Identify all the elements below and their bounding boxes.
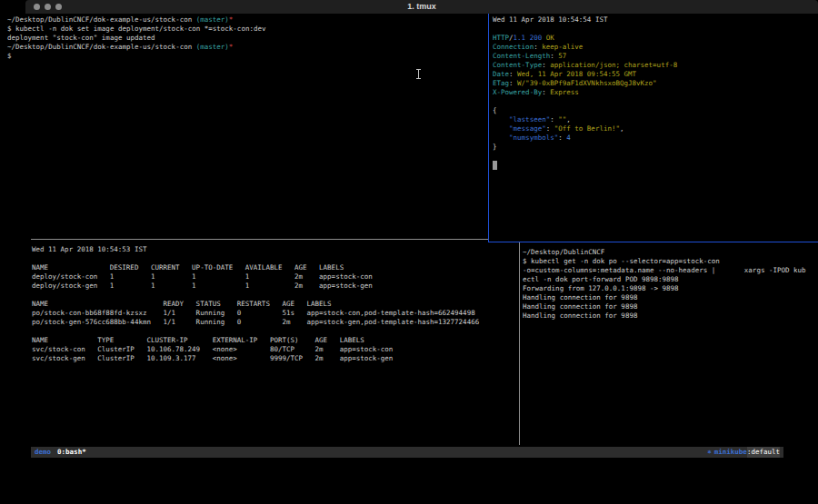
terminal-line: svc/stock-con ClusterIP 10.106.78.249 <n… [32,345,479,354]
terminal-text-segment: 200 [530,34,543,42]
terminal-text-segment: 57 [558,52,566,60]
terminal-text-segment: , [566,115,571,124]
terminal-text-segment: po/stock-con-bb68f88fd-kzsxz 1/1 Running… [32,309,475,317]
terminal-text-segment: deployment "stock-con" image updated [7,34,155,42]
terminal-text-segment: Content-Length [493,52,550,60]
terminal-line: svc/stock-gen ClusterIP 10.109.3.177 <no… [32,354,479,363]
terminal-text-segment: * [229,15,234,24]
terminal-text-segment: "message" [493,124,546,133]
terminal-line: NAME DESIRED CURRENT UP-TO-DATE AVAILABL… [32,263,479,272]
terminal-line: Forwarding from 127.0.0.1:9898 -> 9898 [523,284,806,293]
terminal-text-segment: NAME TYPE CLUSTER-IP EXTERNAL-IP PORT(S)… [32,336,364,344]
terminal-text-segment: : [509,79,517,87]
terminal-pane-http-response[interactable]: Wed 11 Apr 2018 10:54:54 ISTHTTP/1.1 200… [493,15,677,170]
tmux-session-name: demo [35,447,51,458]
terminal-text-segment: svc/stock-gen ClusterIP 10.109.3.177 <no… [32,354,393,362]
terminal-text-segment: 1.1 [514,34,526,42]
terminal-line: $ kubectl get -n dok po --selector=app=s… [523,257,806,266]
terminal-text-segment: } [493,143,497,151]
terminal-pane-port-forward[interactable]: ~/Desktop/DublinCNCF$ kubectl get -n dok… [523,248,806,321]
terminal-pane-shell[interactable]: ~/Desktop/DublinCNCF/dok-example-us/stoc… [7,15,265,61]
terminal-line: ~/Desktop/DublinCNCF/dok-example-us/stoc… [7,43,265,52]
terminal-text-segment: Handling connection for 9898 [523,293,637,301]
terminal-text-segment: -o=custom-columns=:metadata.name --no-he… [523,266,806,274]
terminal-line: Content-Length: 57 [493,52,677,61]
terminal-line: ~/Desktop/DublinCNCF/dok-example-us/stoc… [7,15,265,25]
terminal-text-segment: : [542,88,550,96]
terminal-text-segment: svc/stock-con ClusterIP 10.106.78.249 <n… [32,345,393,353]
terminal-text-segment: : [509,70,517,78]
status-bar-right: ⎈ minikube :default [707,447,780,458]
terminal-line: po/stock-con-bb68f88fd-kzsxz 1/1 Running… [32,309,479,318]
terminal-line: deploy/stock-con 1 1 1 1 2m app=stock-co… [32,272,479,282]
terminal-text-segment: Date [493,70,509,78]
tmux-status-bar: demo 0:bash* ⎈ minikube :default [31,447,783,458]
window-title: 1. tmux [25,2,818,11]
terminal-text-segment: : [546,124,554,133]
terminal-line: $ [7,52,265,61]
terminal-line: ectl -n dok port-forward POD 9898:9898 [523,275,806,284]
terminal-text-segment: { [493,106,497,114]
terminal-text-segment: W/"39-0xBPf9aF1dXVNkhsxoBQgJ8vKzo" [517,79,657,87]
pane-border-vertical-active [488,14,489,242]
mouse-ibeam-cursor [416,69,421,79]
terminal-text-segment: deploy/stock-con 1 1 1 1 2m app=stock-co… [32,272,373,281]
terminal-text-segment: Forwarding from 127.0.0.1:9898 -> 9898 [523,284,679,292]
terminal-line: -o=custom-columns=:metadata.name --no-he… [523,266,806,275]
terminal-text-segment: * [229,43,234,51]
pane-border-horizontal [31,239,488,240]
terminal-line: Handling connection for 9898 [523,293,806,302]
terminal-line: NAME TYPE CLUSTER-IP EXTERNAL-IP PORT(S)… [32,336,479,345]
terminal-line: "lastseen": "", [493,115,677,124]
terminal-text-segment: : [542,61,550,69]
terminal-pane-kubectl-watch[interactable]: Wed 11 Apr 2018 10:54:53 ISTNAME DESIRED… [32,245,479,363]
terminal-text-segment: ~/Desktop/DublinCNCF [523,248,604,256]
terminal-line: Content-Type: application/json; charset=… [493,61,677,70]
terminal-text-segment: "Off to Berlin!" [554,124,620,133]
terminal-line: X-Powered-By: Express [493,88,677,97]
terminal-line [32,327,479,336]
terminal-text-segment: Wed, 11 Apr 2018 09:54:55 GMT [517,70,636,78]
terminal-line [493,152,677,161]
terminal-text-segment: $ [7,52,12,60]
terminal-text-segment: X-Powered-By [493,88,542,96]
terminal-line: deploy/stock-gen 1 1 1 1 2m app=stock-ge… [32,282,479,291]
terminal-text-segment: ~/Desktop/DublinCNCF/dok-example-us/stoc… [7,15,196,24]
terminal-text-segment: "numsymbols" [493,133,558,142]
terminal-text-segment: (master) [196,15,229,24]
terminal-line: ~/Desktop/DublinCNCF [523,248,806,257]
terminal-line: ETag: W/"39-0xBPf9aF1dXVNkhsxoBQgJ8vKzo" [493,79,677,88]
terminal-text-segment: Express [550,88,579,96]
tmux-window-item[interactable]: 0:bash* [57,447,86,458]
terminal-text-segment: , [620,124,624,133]
terminal-text-segment: Wed 11 Apr 2018 10:54:53 IST [32,245,146,253]
kube-namespace-label: :default [747,447,780,458]
terminal-line: deployment "stock-con" image updated [7,34,265,43]
terminal-line: Connection: keep-alive [493,43,677,52]
terminal-line: po/stock-gen-576cc688bb-44kmn 1/1 Runnin… [32,318,479,327]
terminal-text-segment: "" [558,115,566,124]
terminal-text-segment: Handling connection for 9898 [523,302,637,311]
terminal-line: NAME READY STATUS RESTARTS AGE LABELS [32,300,479,309]
terminal-text-segment: Connection [493,43,534,51]
terminal-line: { [493,106,677,115]
terminal-text-segment: : [550,52,558,60]
window-title-bar: 1. tmux [25,0,818,14]
terminal-text-segment: deploy/stock-gen 1 1 1 1 2m app=stock-ge… [32,282,373,290]
terminal-text-segment: : [534,43,542,51]
terminal-line: HTTP/1.1 200 OK [493,34,677,43]
terminal-text-segment: keep-alive [542,43,583,51]
terminal-text-segment: OK [546,34,554,42]
pane-border-vertical [519,242,520,445]
terminal-text-segment: Content-Type [493,61,542,69]
terminal-window: 1. tmux ~/Desktop/DublinCNCF/dok-example… [0,0,818,504]
terminal-line: "message": "Off to Berlin!", [493,124,677,133]
terminal-text-segment: po/stock-gen-576cc688bb-44kmn 1/1 Runnin… [32,318,479,326]
terminal-text-segment: : [550,115,558,124]
terminal-line [493,25,677,34]
terminal-text-segment: : [558,133,566,142]
pane-border-horizontal-active [488,242,818,242]
terminal-text-segment: 4 [566,133,571,142]
terminal-line [32,254,479,263]
status-bar-left: demo 0:bash* [35,447,86,458]
